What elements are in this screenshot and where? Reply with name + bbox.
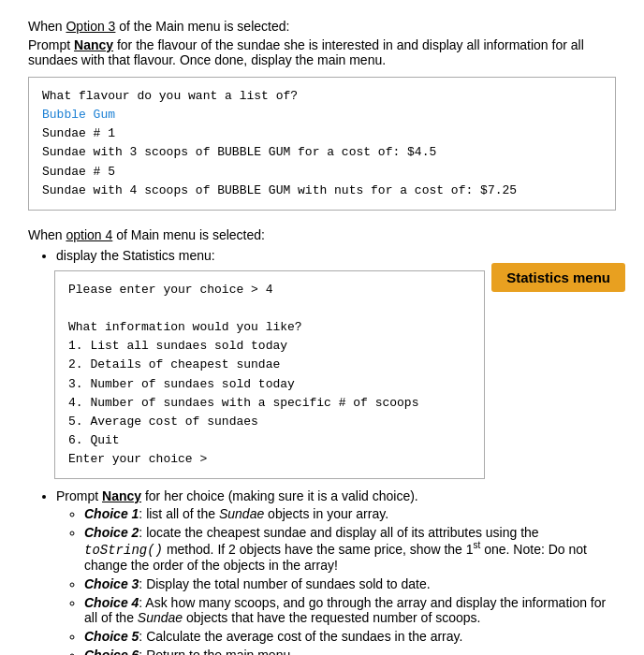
choice5-label: Choice 5 xyxy=(84,629,139,644)
sundae-italic-1: Sundae xyxy=(219,506,264,521)
choice4-label: Choice 4 xyxy=(84,595,139,610)
option3-prompt: Prompt Nancy for the flavour of the sund… xyxy=(28,37,616,67)
tostring-code: toString() xyxy=(84,543,163,558)
option4-code-block: Please enter your choice > 4 What inform… xyxy=(54,270,485,479)
nancy-name-1: Nancy xyxy=(74,37,113,52)
choice-3-item: Choice 3: Display the total number of su… xyxy=(84,576,616,591)
choice1-label: Choice 1 xyxy=(84,506,139,521)
option3-label: Option 3 xyxy=(66,19,115,34)
section-option3: When Option 3 of the Main menu is select… xyxy=(28,19,616,211)
section-option4: When option 4 of Main menu is selected: … xyxy=(28,227,616,655)
option4-choices-list: Prompt Nancy for her choice (making sure… xyxy=(56,488,616,655)
code-block-with-tooltip: Statistics menu Please enter your choice… xyxy=(54,270,616,479)
choice-1-item: Choice 1: list all of the Sundae objects… xyxy=(84,506,616,521)
bubble-gum-text: Bubble Gum xyxy=(42,108,115,122)
choice-6-item: Choice 6: Return to the main menu. xyxy=(84,648,616,655)
choices-sublist: Choice 1: list all of the Sundae objects… xyxy=(84,506,616,655)
choice-2-item: Choice 2: locate the cheapest sundae and… xyxy=(84,525,616,573)
choice-4-item: Choice 4: Ask how many scoops, and go th… xyxy=(84,595,616,625)
choice-5-item: Choice 5: Calculate the average cost of … xyxy=(84,629,616,644)
option3-code-block: What flavour do you want a list of? Bubb… xyxy=(28,77,616,211)
nancy-name-2: Nancy xyxy=(102,488,141,503)
choice3-label: Choice 3 xyxy=(84,576,139,591)
choice2-label: Choice 2 xyxy=(84,525,139,540)
option4-intro: When option 4 of Main menu is selected: xyxy=(28,227,616,242)
option4-bullet-list: display the Statistics menu: xyxy=(56,248,616,263)
sundae-italic-2: Sundae xyxy=(138,610,183,625)
statistics-menu-tooltip: Statistics menu xyxy=(491,263,625,292)
option4-prompt-item: Prompt Nancy for her choice (making sure… xyxy=(56,488,616,655)
option4-label: option 4 xyxy=(66,227,112,242)
choice6-label: Choice 6 xyxy=(84,648,139,655)
option4-bullet1: display the Statistics menu: xyxy=(56,248,616,263)
option3-intro: When Option 3 of the Main menu is select… xyxy=(28,19,616,34)
